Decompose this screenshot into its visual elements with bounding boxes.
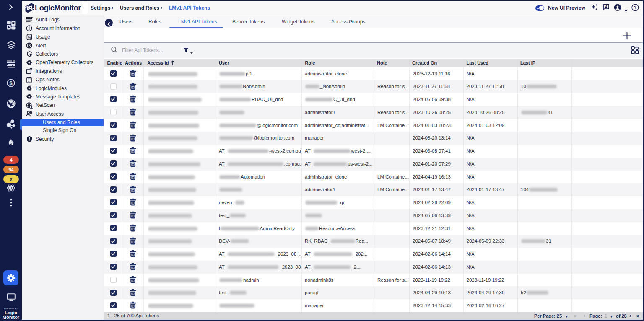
svg-text:%: % bbox=[28, 36, 31, 39]
svg-text:4: 4 bbox=[605, 5, 607, 9]
svg-text:$: $ bbox=[9, 80, 13, 86]
svg-text:?: ? bbox=[634, 5, 636, 10]
